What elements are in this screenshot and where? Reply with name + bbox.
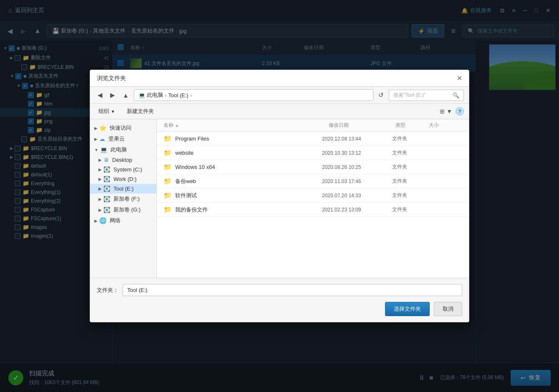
dialog-file-name-1: website <box>175 150 194 156</box>
dialog-footer: 文件夹： 选择文件夹 取消 <box>90 278 469 322</box>
arrow-desktop: ▶ <box>98 158 102 162</box>
dialog-file-date-0: 2020.12.08 13:44 <box>322 136 389 142</box>
list-item[interactable]: 📁 website 2020.10.30 13:12 文件夹 <box>157 146 469 160</box>
dialog-file-name-3: 备份web <box>175 178 196 185</box>
folder-icon-my-backup: 📁 <box>164 206 172 214</box>
dialog-body: ▶ ⭐ 快速访问 ▶ ☁ 坚果云 ▼ 💻 此电脑 ▶ <box>90 119 469 278</box>
dialog-up-button[interactable]: ▲ <box>120 90 131 100</box>
dialog-toolbar: 组织 ▼ 新建文件夹 ⊞ ▼ ? <box>90 104 469 119</box>
dialog-file-header: 名称 ▲ 修改日期 类型 大小 <box>157 119 469 132</box>
dialog-sidebar-drive-g[interactable]: ▶ 💽 新加卷 (G:) <box>90 204 156 215</box>
address-part-1[interactable]: Tool (E:) <box>168 92 188 98</box>
dialog-sidebar-drive-e[interactable]: ▶ 💽 Tool (E:) <box>90 184 156 193</box>
dialog-sidebar: ▶ ⭐ 快速访问 ▶ ☁ 坚果云 ▼ 💻 此电脑 ▶ <box>90 119 157 278</box>
dialog-sidebar-drive-f[interactable]: ▶ 💽 新加卷 (F:) <box>90 193 156 204</box>
new-folder-button[interactable]: 新建文件夹 <box>123 106 157 116</box>
dialog-overlay: 浏览文件夹 ✕ ◀ ▶ ▲ 💻 此电脑 › Tool (E:) › ↺ 搜索"T… <box>0 0 559 392</box>
dialog-file-date-5: 2021.02.23 13:09 <box>322 207 389 213</box>
dialog-file-name-4: 软件测试 <box>175 192 197 199</box>
arrow-drive-c: ▶ <box>98 167 102 172</box>
dialog-file-type-5: 文件夹 <box>392 206 426 213</box>
dialog-file-date-4: 2020.07.20 14:33 <box>322 193 389 199</box>
list-item[interactable]: 📁 软件测试 2020.07.20 14:33 文件夹 <box>157 188 469 203</box>
dialog-file-area: 名称 ▲ 修改日期 类型 大小 📁 Program Files 2020.12.… <box>157 119 469 278</box>
arrow-network: ▶ <box>94 219 98 223</box>
dialog-col-name-header[interactable]: 名称 ▲ <box>164 122 329 129</box>
dialog-sidebar-computer[interactable]: ▼ 💻 此电脑 <box>90 144 156 155</box>
dialog-search-placeholder: 搜索"Tool (E:)" <box>393 92 426 99</box>
folder-icon-windows: 📁 <box>164 163 172 171</box>
dialog-file-name-0: Program Files <box>175 136 209 142</box>
dialog-nav: ◀ ▶ ▲ 💻 此电脑 › Tool (E:) › ↺ 搜索"Tool (E:)… <box>90 87 469 104</box>
list-item[interactable]: 📁 Program Files 2020.12.08 13:44 文件夹 <box>157 132 469 146</box>
dialog-button-row: 选择文件夹 取消 <box>97 302 462 316</box>
dialog-col-date-header[interactable]: 修改日期 <box>329 122 395 129</box>
dialog-file-type-2: 文件夹 <box>392 163 426 171</box>
dialog-view-button[interactable]: ⊞ ▼ <box>440 108 452 115</box>
dialog-file-name-5: 我的备份文件 <box>175 206 208 214</box>
arrow-drive-g: ▶ <box>98 208 102 212</box>
dialog-search-icon: 🔍 <box>453 92 459 98</box>
list-item[interactable]: 📁 我的备份文件 2021.02.23 13:09 文件夹 <box>157 203 469 217</box>
dialog-file-type-1: 文件夹 <box>392 149 426 156</box>
folder-icon-software-test: 📁 <box>164 191 172 199</box>
arrow-drive-e: ▶ <box>98 186 102 191</box>
dialog-close-button[interactable]: ✕ <box>457 74 462 82</box>
dialog-refresh-button[interactable]: ↺ <box>376 90 386 100</box>
dialog-file-name-2: Windows 10 x64 <box>175 164 215 170</box>
arrow-computer: ▼ <box>94 148 98 152</box>
browse-folder-dialog: 浏览文件夹 ✕ ◀ ▶ ▲ 💻 此电脑 › Tool (E:) › ↺ 搜索"T… <box>90 70 469 322</box>
dialog-address-bar: 💻 此电脑 › Tool (E:) › <box>134 89 373 101</box>
dialog-title: 浏览文件夹 <box>97 75 126 82</box>
dialog-col-type-header[interactable]: 类型 <box>395 122 429 129</box>
address-part-0[interactable]: 此电脑 <box>147 91 163 99</box>
dialog-sidebar-nutcloud[interactable]: ▶ ☁ 坚果云 <box>90 133 156 144</box>
arrow-nutcloud: ▶ <box>94 137 98 141</box>
list-item[interactable]: 📁 Windows 10 x64 2020.08.26 10:25 文件夹 <box>157 160 469 174</box>
folder-input-row: 文件夹： <box>97 284 462 296</box>
dialog-sidebar-drive-c[interactable]: ▶ 💽 System (C:) <box>90 165 156 174</box>
dialog-back-button[interactable]: ◀ <box>95 90 105 100</box>
dialog-sidebar-quick-access[interactable]: ▶ ⭐ 快速访问 <box>90 123 156 133</box>
dialog-sort-icon: ▲ <box>175 123 179 128</box>
dialog-forward-button[interactable]: ▶ <box>108 90 118 100</box>
folder-icon-program: 📁 <box>164 135 172 143</box>
list-item[interactable]: 📁 备份web 2020.11.03 17:46 文件夹 <box>157 174 469 188</box>
dialog-file-type-0: 文件夹 <box>392 135 426 142</box>
folder-icon-backup-web: 📁 <box>164 177 172 185</box>
dialog-file-type-4: 文件夹 <box>392 192 426 199</box>
dialog-help-button[interactable]: ? <box>456 107 464 116</box>
folder-input[interactable] <box>123 284 462 296</box>
dialog-sidebar-network[interactable]: ▶ 🌐 网络 <box>90 215 156 226</box>
dialog-file-date-2: 2020.08.26 10:25 <box>322 164 389 170</box>
arrow-drive-f: ▶ <box>98 197 102 201</box>
folder-icon-website: 📁 <box>164 149 172 157</box>
cancel-button[interactable]: 取消 <box>434 302 462 316</box>
dialog-file-date-1: 2020.10.30 13:12 <box>322 150 389 156</box>
dialog-title-bar: 浏览文件夹 ✕ <box>90 70 469 87</box>
dialog-search-box[interactable]: 搜索"Tool (E:)" 🔍 <box>389 90 464 101</box>
arrow-quick-access: ▶ <box>94 126 98 131</box>
organize-arrow-icon: ▼ <box>111 109 115 114</box>
organize-button[interactable]: 组织 ▼ <box>95 106 118 116</box>
dialog-sidebar-drive-d[interactable]: ▶ 💽 Work (D:) <box>90 174 156 184</box>
dialog-file-type-3: 文件夹 <box>392 178 426 185</box>
dialog-sidebar-desktop[interactable]: ▶ 🖥 Desktop <box>90 155 156 165</box>
dialog-col-size-header[interactable]: 大小 <box>429 122 462 129</box>
select-folder-button[interactable]: 选择文件夹 <box>385 302 430 316</box>
arrow-drive-d: ▶ <box>98 177 102 181</box>
folder-label: 文件夹： <box>97 286 118 294</box>
computer-icon: 💻 <box>138 92 145 98</box>
dialog-file-date-3: 2020.11.03 17:46 <box>322 178 389 184</box>
